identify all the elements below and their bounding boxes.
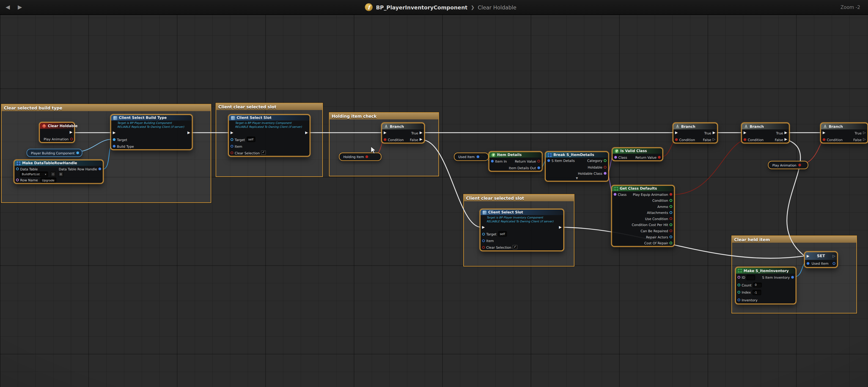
clear-selection-checkbox[interactable]: ✓ [513,245,518,250]
expand-pins-button[interactable]: ▼ [546,176,608,181]
pin-output[interactable] [366,155,368,158]
node-make-s-iteminventory[interactable]: Make S_ItemInventory ID S Item Inventory… [735,267,796,304]
id-field[interactable] [747,275,755,280]
pin-data-table-input[interactable]: Data Table [16,167,38,171]
exec-false-pin[interactable]: False▷ [853,137,866,141]
pin-item-input[interactable]: Item [230,144,242,148]
use-selected-asset-button[interactable]: ⊙ [51,171,56,177]
pin-use-condition-output[interactable]: Use Condition [645,217,672,221]
wire-data-rowhandle-to-buildtype[interactable] [103,146,112,169]
pin-condition-input[interactable]: Condition [823,137,843,141]
pin-cost-of-repair-output[interactable]: Cost Of Repair [644,241,672,245]
pin-row-name-input[interactable]: Row Name [16,178,38,182]
exec-false-pin[interactable]: False▶ [410,137,422,141]
node-get-used-item[interactable]: Used Item [454,153,489,161]
exec-in-pin[interactable]: ▶ [113,131,116,135]
pin-condition-input[interactable]: Condition [383,137,404,141]
exec-out-pin[interactable]: ▶ [305,131,308,135]
exec-in-pin[interactable]: ▶ [383,131,386,135]
pin-s-item-details-input[interactable]: S Item Details [548,159,575,163]
node-client-select-slot-1[interactable]: Client Select Slot Target is BP Player I… [228,115,310,156]
node-make-datatable-row-handle[interactable]: Make DataTableRowHandle Data Table Data … [14,160,103,184]
back-button[interactable]: ◀ [3,3,12,11]
exec-out-pin[interactable]: ▶ [187,131,190,135]
node-is-valid-class[interactable]: Is Valid Class Class Return Value [612,148,663,161]
pin-clear-selection-input[interactable]: Clear Selection✓ [482,245,518,250]
data-table-asset-dropdown[interactable]: BuildPartList▾ [20,171,48,177]
exec-out-pin[interactable]: ▷ [833,254,835,258]
pin-play-equip-animation-output[interactable]: Play Equip Animation [633,192,672,196]
node-item-details[interactable]: Item Details Item In Return Value Item D… [489,152,542,171]
clear-selection-checkbox[interactable]: ✓ [261,150,266,155]
exec-false-pin[interactable]: False▶ [775,137,787,141]
pin-ammo-output[interactable]: Ammo [657,204,672,208]
pin-used-item-output[interactable] [833,262,835,265]
pin-item-details-out-output[interactable]: Item Details Out [509,166,540,169]
exec-in-pin[interactable]: ▶ [807,254,809,258]
pin-build-type-input[interactable]: Build Type [113,144,134,148]
pin-id-input[interactable]: ID [738,275,755,280]
pin-condition-output[interactable]: Condition [652,198,672,202]
breadcrumb-blueprint[interactable]: BP_PlayerInventoryComponent [376,4,467,10]
node-client-select-build-type[interactable]: Client Select Build Type Target is BP Pl… [111,115,192,150]
exec-out-pin[interactable]: ▶ [70,130,72,134]
pin-s-item-inventory-output[interactable]: S Item Inventory [762,276,794,279]
forward-button[interactable]: ▶ [16,3,25,11]
target-self-field[interactable]: self [246,137,255,142]
pin-holdable-output[interactable]: Holdable [588,165,607,169]
pin-can-be-repaired-output[interactable]: Can Be Repaired [641,229,672,233]
pin-target-input[interactable]: Target [113,137,127,141]
row-name-field[interactable]: Upgrade [40,177,56,183]
exec-in-pin[interactable]: ▶ [482,225,485,229]
pin-category-output[interactable]: Category [587,159,606,163]
node-branch-0[interactable]: Branch ▶True▶ ConditionFalse▶ [381,123,425,143]
node-branch-3[interactable]: Branch ▶True▷ ConditionFalse▷ [820,123,868,143]
pin-attachments-output[interactable]: Attachments [647,211,672,215]
pin-inventory-input[interactable]: Inventory [738,298,757,302]
pin-clear-selection-input[interactable]: Clear Selection✓ [230,150,266,155]
node-get-player-building-component[interactable]: Player Building Component [27,149,83,157]
pin-return-value-output[interactable]: Return Value [636,155,661,159]
node-set-used-item[interactable]: ▶ SET ▷ Used Item [804,252,838,268]
browse-asset-button[interactable]: ⊞ [58,171,63,177]
index-field[interactable]: -1 [752,290,761,295]
pin-class-input[interactable]: Class [614,192,626,196]
breadcrumb-graph[interactable]: Clear Holdable [478,4,516,10]
exec-in-pin[interactable]: ▶ [744,131,746,135]
pin-index-input[interactable]: Index-1 [738,290,761,295]
exec-in-pin[interactable]: ▶ [675,131,678,135]
node-clear-holdable-event[interactable]: Clear Holdable ▶ Play Animation [39,122,74,143]
exec-in-pin[interactable]: ▶ [230,131,233,135]
pin-count-input[interactable]: Count0 [738,282,762,288]
node-client-select-slot-2[interactable]: Client Select Slot Target is BP Player I… [480,209,564,251]
exec-false-pin[interactable]: False▷ [703,137,715,141]
pin-return-value-output[interactable]: Return Value [515,159,540,163]
pin-holdable-class-output[interactable]: Holdable Class [578,171,607,175]
exec-true-pin[interactable]: True▷ [855,131,866,135]
target-self-field[interactable]: self [498,231,507,236]
node-get-play-animation[interactable]: Play Animation [768,161,808,169]
node-branch-2[interactable]: Branch ▶True▶ ConditionFalse▶ [741,123,789,143]
pin-class-input[interactable]: Class [614,155,627,159]
wire-data-equipanim-to-branch2[interactable] [672,140,744,195]
exec-true-pin[interactable]: True▶ [411,131,422,135]
pin-target-input[interactable]: Targetself [482,231,507,236]
pin-used-item-input[interactable] [807,262,809,265]
count-field[interactable]: 0 [753,282,762,288]
node-branch-1[interactable]: Branch ▶True▶ ConditionFalse▷ [673,123,717,143]
pin-row-handle-output[interactable]: Data Table Row Handle [59,167,101,171]
wire-data-playanim-to-branch3[interactable] [800,140,823,164]
pin-output[interactable] [76,152,79,154]
pin-item-in-input[interactable]: Item In [491,159,507,163]
node-break-s-itemdetails[interactable]: Break S_ItemDetails S Item Details Categ… [545,152,609,181]
wire-exec-branch2-false-to-set[interactable] [787,140,804,256]
pin-condition-input[interactable]: Condition [744,137,764,141]
pin-condition-input[interactable]: Condition [675,137,695,141]
pin-output[interactable] [798,164,801,166]
exec-in-pin[interactable]: ▶ [823,131,826,135]
pin-item-input[interactable]: Item [482,238,494,243]
node-get-class-defaults[interactable]: Get Class Defaults Class Play Equip Anim… [611,185,674,247]
pin-output[interactable] [476,155,479,158]
pin-repair-actors-output[interactable]: Repair Actors [646,235,672,239]
exec-out-pin[interactable]: ▶ [559,225,562,229]
